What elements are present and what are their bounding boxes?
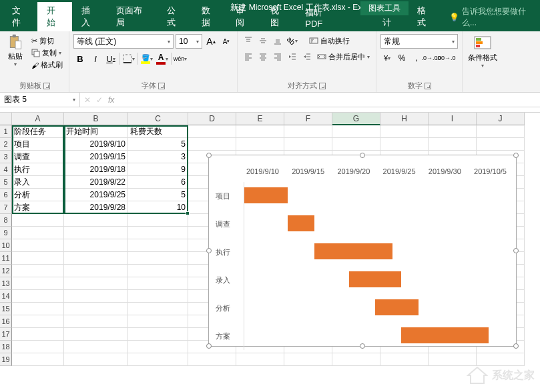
gantt-bar[interactable] [314,243,393,259]
align-center-button[interactable] [256,50,270,63]
border-button[interactable]: ▾ [122,51,136,66]
alignment-launcher[interactable] [319,83,326,89]
row-header-14[interactable]: 14 [0,290,12,303]
cell[interactable] [12,277,64,290]
cell[interactable]: 耗费天数 [128,125,188,138]
cell[interactable] [128,315,188,328]
row-header-4[interactable]: 4 [0,163,12,176]
cell[interactable] [64,290,128,303]
cell[interactable] [236,125,284,138]
cell[interactable] [188,125,236,138]
cell[interactable] [64,214,128,227]
cell[interactable] [12,303,64,315]
font-launcher[interactable] [158,83,165,89]
cell[interactable] [64,328,128,341]
cell[interactable]: 项目 [12,138,64,151]
cell[interactable] [12,214,64,227]
row-header-18[interactable]: 18 [0,341,12,353]
cell[interactable]: 调查 [12,151,64,163]
align-right-button[interactable] [271,50,284,63]
cell[interactable] [12,315,64,328]
cell[interactable]: 2019/9/10 [64,138,128,151]
cell[interactable] [128,328,188,341]
tab-review[interactable]: 审阅 [226,2,261,31]
tab-data[interactable]: 数据 [192,2,227,31]
number-format-combo[interactable]: 常规▾ [380,34,458,49]
font-color-button[interactable]: A▾ [156,51,169,66]
align-bottom-button[interactable] [271,34,284,47]
wrap-text-button[interactable]: 自动换行 [307,35,352,47]
accounting-format-button[interactable]: ¥▾ [380,51,394,65]
row-header-11[interactable]: 11 [0,252,12,265]
row-header-8[interactable]: 8 [0,214,12,227]
cell[interactable] [128,277,188,290]
cell[interactable]: 3 [128,151,188,163]
cell[interactable] [128,214,188,227]
tell-me[interactable]: 💡 告诉我您想要做什么... [443,3,540,31]
cell[interactable]: 2019/9/28 [64,201,128,214]
row-header-10[interactable]: 10 [0,239,12,252]
cut-button[interactable]: ✂剪切 [29,35,65,47]
cell[interactable] [477,125,525,138]
cell[interactable] [128,303,188,315]
col-header-g[interactable]: G [332,113,380,125]
cell[interactable] [128,341,188,353]
row-header-12[interactable]: 12 [0,265,12,277]
row-header-1[interactable]: 1 [0,125,12,138]
font-name-combo[interactable]: 等线 (正文)▾ [73,34,174,49]
cell[interactable] [128,252,188,265]
cell[interactable] [284,353,332,366]
cell[interactable] [12,290,64,303]
tab-formulas[interactable]: 公式 [158,2,192,31]
cell[interactable] [188,138,236,151]
align-left-button[interactable] [242,50,255,63]
formula-input[interactable] [118,93,540,107]
cell[interactable] [429,125,477,138]
cell[interactable]: 分析 [12,189,64,201]
col-header-b[interactable]: B [64,113,128,125]
copy-button[interactable]: 复制▾ [29,47,65,59]
cell[interactable] [64,239,128,252]
cell[interactable] [477,138,525,151]
cell[interactable] [332,125,380,138]
cell[interactable] [12,252,64,265]
bold-button[interactable]: B [73,51,87,66]
conditional-format-button[interactable]: 条件格式 ▾ [468,34,497,69]
cell[interactable] [12,328,64,341]
tab-home[interactable]: 开始 [37,2,72,31]
tab-insert[interactable]: 插入 [72,2,107,31]
cell[interactable] [128,239,188,252]
row-header-9[interactable]: 9 [0,227,12,239]
row-header-19[interactable]: 19 [0,353,12,366]
row-header-6[interactable]: 6 [0,189,12,201]
cell[interactable]: 10 [128,201,188,214]
cell[interactable]: 执行 [12,163,64,176]
cell[interactable] [12,353,64,366]
cell[interactable] [380,125,429,138]
gantt-bar[interactable] [349,271,401,287]
paste-button[interactable]: 粘贴 ▾ [4,34,27,67]
cell[interactable] [128,265,188,277]
cell[interactable] [64,353,128,366]
percent-button[interactable]: % [395,51,409,65]
format-painter-button[interactable]: 🖌格式刷 [29,59,65,71]
cell[interactable] [64,277,128,290]
cell[interactable]: 2019/9/18 [64,163,128,176]
cancel-formula-icon[interactable]: ✕ [84,95,91,105]
col-header-j[interactable]: J [477,113,525,125]
row-header-5[interactable]: 5 [0,176,12,189]
cell[interactable] [128,290,188,303]
col-header-c[interactable]: C [128,113,188,125]
gantt-bar[interactable] [375,299,419,315]
row-header-13[interactable]: 13 [0,277,12,290]
cell[interactable] [284,138,332,151]
gantt-bar[interactable] [244,187,288,203]
col-header-i[interactable]: I [429,113,477,125]
cell[interactable]: 2019/9/25 [64,189,128,201]
cell[interactable] [380,138,429,151]
increase-font-button[interactable]: A▴ [204,34,218,49]
col-header-e[interactable]: E [236,113,284,125]
cell[interactable] [64,303,128,315]
gantt-chart[interactable]: 2019/9/102019/9/152019/9/202019/9/252019… [208,155,517,347]
font-size-combo[interactable]: 10▾ [176,34,202,49]
